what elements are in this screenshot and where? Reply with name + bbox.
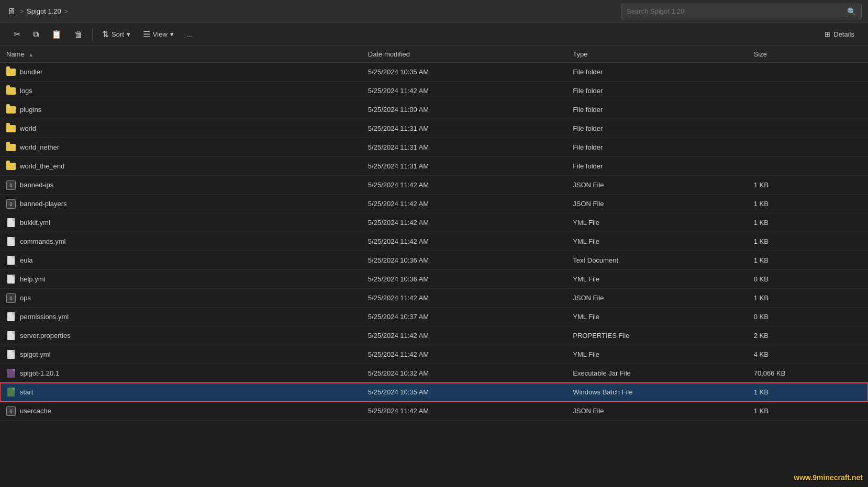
table-row[interactable]: {} ops 5/25/2024 11:42 AM JSON File 1 KB	[0, 289, 868, 308]
file-name-cell: {} banned-players	[0, 195, 362, 213]
file-date: 5/25/2024 11:31 AM	[362, 157, 566, 176]
file-name: help.yml	[20, 275, 45, 283]
file-size: 1 KB	[748, 176, 868, 195]
folder-icon	[6, 106, 16, 114]
more-button[interactable]: ...	[181, 27, 197, 41]
sort-label: Sort	[112, 30, 124, 38]
file-type: YML File	[566, 308, 747, 326]
copy-icon: ⧉	[33, 30, 39, 39]
table-row[interactable]: spigot.yml 5/25/2024 11:42 AM YML File 4…	[0, 345, 868, 364]
file-size: 0 KB	[748, 308, 868, 326]
breadcrumb-title[interactable]: Spigot 1.20	[27, 7, 61, 15]
table-row[interactable]: logs 5/25/2024 11:42 AM File folder	[0, 82, 868, 100]
file-date: 5/25/2024 11:42 AM	[362, 213, 566, 232]
file-name: start	[20, 388, 33, 396]
jar-icon	[7, 369, 15, 378]
view-icon: ☰	[143, 29, 150, 39]
file-name-cell: world	[0, 119, 362, 138]
file-type: Executable Jar File	[566, 364, 747, 383]
view-button[interactable]: ☰ View ▾	[138, 26, 179, 42]
toolbar-separator	[92, 28, 93, 41]
table-row[interactable]: bundler 5/25/2024 10:35 AM File folder	[0, 63, 868, 82]
file-name-cell: {} usercache	[0, 402, 362, 421]
table-row[interactable]: world_the_end 5/25/2024 11:31 AM File fo…	[0, 157, 868, 176]
search-icon[interactable]: 🔍	[847, 7, 856, 16]
file-size	[748, 138, 868, 157]
file-name: banned-ips	[20, 181, 53, 189]
table-row[interactable]: server.properties 5/25/2024 11:42 AM PRO…	[0, 326, 868, 345]
file-name: world	[20, 124, 36, 132]
copy-button[interactable]: ⧉	[28, 27, 44, 42]
table-row[interactable]: {} usercache 5/25/2024 11:42 AM JSON Fil…	[0, 402, 868, 421]
file-type: PROPERTIES File	[566, 326, 747, 345]
file-date: 5/25/2024 10:36 AM	[362, 251, 566, 270]
file-icon	[7, 350, 15, 359]
delete-button[interactable]: 🗑	[69, 27, 88, 42]
file-size: 1 KB	[748, 383, 868, 402]
table-row[interactable]: world_nether 5/25/2024 11:31 AM File fol…	[0, 138, 868, 157]
file-name-cell: world_nether	[0, 138, 362, 157]
json-icon: {}	[6, 406, 16, 416]
table-row[interactable]: permissions.yml 5/25/2024 10:37 AM YML F…	[0, 308, 868, 326]
file-table: Name ▲ Date modified Type Size bundler	[0, 46, 868, 421]
file-name: spigot-1.20.1	[20, 369, 59, 377]
file-name: bukkit.yml	[20, 219, 50, 226]
sort-button[interactable]: ⇅ Sort ▾	[97, 26, 136, 42]
search-input[interactable]	[627, 7, 843, 15]
file-size	[748, 119, 868, 138]
file-name: usercache	[20, 407, 51, 415]
column-header-size[interactable]: Size	[748, 46, 868, 63]
folder-icon	[6, 87, 16, 95]
file-size: 0 KB	[748, 270, 868, 289]
table-row[interactable]: commands.yml 5/25/2024 11:42 AM YML File…	[0, 232, 868, 251]
folder-icon	[6, 69, 16, 76]
file-date: 5/25/2024 11:31 AM	[362, 138, 566, 157]
file-icon	[7, 218, 15, 227]
file-name: eula	[20, 256, 33, 264]
table-row[interactable]: spigot-1.20.1 5/25/2024 10:32 AM Executa…	[0, 364, 868, 383]
file-date: 5/25/2024 11:42 AM	[362, 232, 566, 251]
column-header-date[interactable]: Date modified	[362, 46, 566, 63]
file-size	[748, 100, 868, 119]
table-row[interactable]: bukkit.yml 5/25/2024 11:42 AM YML File 1…	[0, 213, 868, 232]
table-row[interactable]: eula 5/25/2024 10:36 AM Text Document 1 …	[0, 251, 868, 270]
file-name: world_the_end	[20, 162, 64, 170]
details-button[interactable]: ⊞ Details	[819, 27, 860, 41]
name-sort-arrow: ▲	[28, 52, 34, 58]
file-icon	[7, 256, 15, 265]
table-row[interactable]: {} banned-ips 5/25/2024 11:42 AM JSON Fi…	[0, 176, 868, 195]
column-header-name[interactable]: Name ▲	[0, 46, 362, 63]
file-size	[748, 82, 868, 100]
chevron-icon-2: >	[64, 8, 68, 15]
paste-button[interactable]: 📋	[46, 26, 67, 42]
file-date: 5/25/2024 11:42 AM	[362, 326, 566, 345]
file-name: spigot.yml	[20, 350, 51, 358]
file-type: JSON File	[566, 195, 747, 213]
file-name-cell: world_the_end	[0, 157, 362, 176]
column-header-type[interactable]: Type	[566, 46, 747, 63]
file-size: 1 KB	[748, 289, 868, 308]
sort-icon: ⇅	[102, 29, 109, 39]
file-type: JSON File	[566, 176, 747, 195]
file-table-body: bundler 5/25/2024 10:35 AM File folder l…	[0, 63, 868, 421]
file-date: 5/25/2024 10:36 AM	[362, 270, 566, 289]
file-size	[748, 63, 868, 82]
table-row[interactable]: world 5/25/2024 11:31 AM File folder	[0, 119, 868, 138]
delete-icon: 🗑	[74, 30, 83, 39]
file-size: 1 KB	[748, 213, 868, 232]
table-row[interactable]: {} banned-players 5/25/2024 11:42 AM JSO…	[0, 195, 868, 213]
file-size: 1 KB	[748, 402, 868, 421]
file-size: 1 KB	[748, 251, 868, 270]
file-size: 70,066 KB	[748, 364, 868, 383]
file-name: bundler	[20, 68, 42, 76]
table-row[interactable]: start 5/25/2024 10:35 AM Windows Batch F…	[0, 383, 868, 402]
table-row[interactable]: help.yml 5/25/2024 10:36 AM YML File 0 K…	[0, 270, 868, 289]
cut-button[interactable]: ✂	[8, 26, 26, 42]
chevron-icon-1: >	[20, 8, 24, 15]
details-icon: ⊞	[825, 30, 830, 38]
file-type: Text Document	[566, 251, 747, 270]
file-type: File folder	[566, 63, 747, 82]
table-row[interactable]: plugins 5/25/2024 11:00 AM File folder	[0, 100, 868, 119]
search-bar[interactable]: 🔍	[621, 4, 862, 19]
file-name-cell: start	[0, 383, 362, 402]
